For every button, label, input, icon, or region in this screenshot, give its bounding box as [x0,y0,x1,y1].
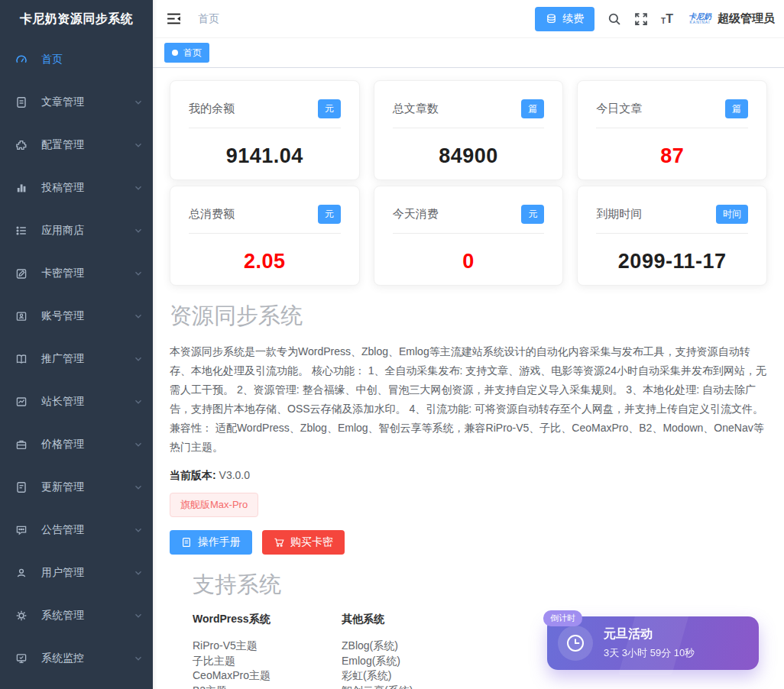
stat-label: 今天消费 [393,207,439,222]
sidebar-item-label: 首页 [41,53,63,66]
list-icon [15,225,31,237]
stat-card-expiry: 到期时间时间 2099-11-17 [577,186,767,286]
font-size-icon[interactable]: TT [661,13,673,25]
sidebar-item-articles[interactable]: 文章管理 [0,81,153,124]
intro-description: 本资源同步系统是一款专为WordPress、Zblog、Emlog等主流建站系统… [170,342,767,456]
version-line: 当前版本: V3.0.0 [170,469,767,483]
sidebar-item-label: 价格管理 [41,438,84,451]
countdown-widget[interactable]: 倒计时 元旦活动 3天 3小时 59分 10秒 [547,616,759,670]
sidebar-item-label: 配置管理 [41,138,84,152]
sidebar: 卡尼奶资源同步系统 首页 文章管理 配置管理 投稿管理 应用商店 [0,0,153,689]
stat-label: 总文章数 [393,102,439,116]
unit-badge: 篇 [725,99,748,118]
sidebar-item-announcements[interactable]: 公告管理 [0,509,153,552]
list-item: 彩虹(系统) [342,668,413,684]
sidebar-item-label: 系统管理 [41,609,84,623]
dashboard-icon [15,53,31,66]
manual-doc-icon [181,537,192,548]
stat-value: 0 [393,250,545,273]
divider [393,233,545,234]
header-tools: 续费 TT 卡尼奶 KANINAI 超级管理员 [535,7,775,31]
stat-value: 9141.04 [189,144,341,168]
clock-icon [558,626,593,661]
list-item: ZBlog(系统) [342,639,413,654]
user-menu[interactable]: 卡尼奶 KANINAI 超级管理员 [686,11,775,26]
stat-label: 总消费额 [189,207,235,222]
chat-icon [15,524,31,536]
list-item: RiPro-V5主题 [193,639,342,654]
stat-value: 2099-11-17 [596,250,748,273]
chevron-down-icon [134,612,142,619]
briefcase-icon [15,438,31,451]
sidebar-item-label: 账号管理 [41,309,84,323]
sidebar-item-label: 文章管理 [41,95,84,109]
chevron-down-icon [134,184,142,192]
file-icon [15,481,31,493]
list-item: 子比主题 [193,654,342,669]
renew-button[interactable]: 续费 [535,7,594,31]
chevron-down-icon [134,398,142,406]
sidebar-item-label: 系统监控 [41,652,84,665]
stat-label: 我的余额 [189,102,235,116]
sidebar-item-home[interactable]: 首页 [0,38,153,81]
sidebar-item-users[interactable]: 用户管理 [0,552,153,594]
sidebar-item-webmaster[interactable]: 站长管理 [0,380,153,423]
stat-label: 今日文章 [596,102,642,116]
buy-cardkey-button[interactable]: 购买卡密 [262,530,345,555]
username: 超级管理员 [718,11,775,26]
unit-badge: 时间 [716,205,748,224]
page-content: 我的余额元 9141.04 总文章数篇 84900 今日文章篇 87 总消费额元… [153,68,784,689]
sidebar-item-appstore[interactable]: 应用商店 [0,209,153,252]
stat-card-total-articles: 总文章数篇 84900 [374,80,564,180]
chevron-down-icon [134,227,142,235]
sidebar-item-updates[interactable]: 更新管理 [0,466,153,509]
sidebar-item-cardkeys[interactable]: 卡密管理 [0,252,153,295]
sidebar-item-accounts[interactable]: 账号管理 [0,295,153,338]
support-column-other: 其他系统 ZBlog(系统) Emlog(系统) 彩虹(系统) 智创云享(系统)… [342,613,413,689]
divider [189,233,341,234]
sidebar-item-label: 应用商店 [41,224,84,238]
sidebar-item-label: 站长管理 [41,395,84,409]
sidebar-item-submissions[interactable]: 投稿管理 [0,167,153,209]
sidebar-item-pricing[interactable]: 价格管理 [0,423,153,466]
sidebar-item-label: 卡密管理 [41,267,84,280]
fullscreen-icon[interactable] [634,12,648,26]
stat-label: 到期时间 [596,207,642,222]
sidebar-item-system[interactable]: 系统管理 [0,594,153,637]
version-value: V3.0.0 [219,469,250,481]
section-title-support: 支持系统 [193,570,767,600]
gear-icon [15,610,31,622]
chevron-down-icon [134,312,142,320]
chevron-down-icon [134,355,142,363]
chevron-down-icon [134,484,142,491]
breadcrumb[interactable]: 首页 [198,12,219,26]
countdown-badge: 倒计时 [543,610,582,626]
divider [189,128,341,128]
unit-badge: 元 [318,99,341,118]
sidebar-collapse-icon[interactable] [164,9,184,28]
unit-badge: 篇 [521,99,544,118]
sidebar-item-label: 用户管理 [41,566,84,580]
column-header: 其他系统 [342,613,413,626]
sidebar-item-monitor[interactable]: 系统监控 [0,637,153,680]
stat-value: 84900 [393,144,545,168]
list-item: CeoMaxPro主题 [193,668,342,684]
search-icon[interactable] [607,12,621,26]
divider [596,233,748,234]
stat-cards: 我的余额元 9141.04 总文章数篇 84900 今日文章篇 87 总消费额元… [170,80,767,286]
trend-chart-icon [15,396,31,408]
support-column-wordpress: WordPress系统 RiPro-V5主题 子比主题 CeoMaxPro主题 … [193,613,342,689]
manual-button[interactable]: 操作手册 [170,530,252,555]
action-buttons: 操作手册 购买卡密 [170,530,767,555]
sidebar-item-config[interactable]: 配置管理 [0,124,153,167]
list-item: 智创云享(系统) [342,684,413,689]
chevron-down-icon [134,270,142,277]
divider [393,128,545,128]
sidebar-item-promotion[interactable]: 推广管理 [0,338,153,380]
document-icon [15,96,31,108]
stat-value: 87 [596,144,748,168]
header: 首页 续费 TT 卡尼奶 KANINAI 超级管理员 [153,0,784,38]
sidebar-item-label: 公告管理 [41,523,84,537]
unit-badge: 元 [318,205,341,224]
tab-home[interactable]: 首页 [164,43,209,63]
